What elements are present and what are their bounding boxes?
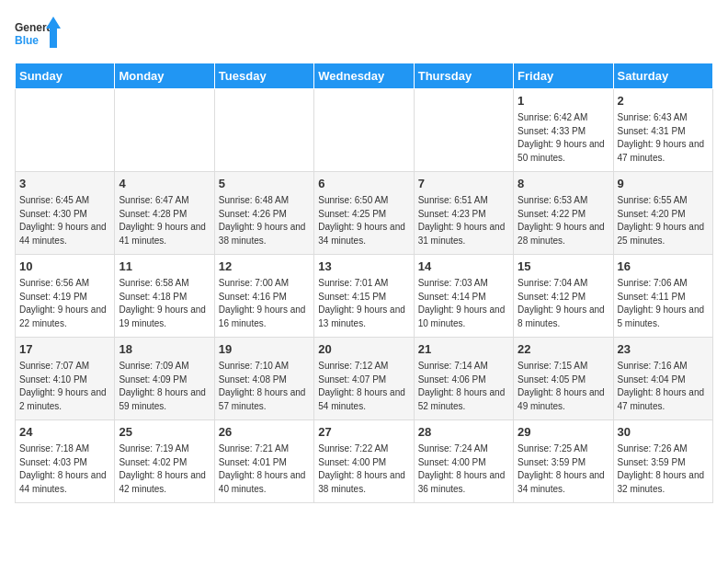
day-number: 6: [318, 176, 409, 192]
day-cell: 29Sunrise: 7:25 AM Sunset: 3:59 PM Dayli…: [514, 420, 613, 503]
day-info: Sunrise: 7:00 AM Sunset: 4:16 PM Dayligh…: [219, 277, 310, 330]
weekday-header-monday: Monday: [115, 63, 214, 89]
day-cell: 16Sunrise: 7:06 AM Sunset: 4:11 PM Dayli…: [613, 255, 712, 338]
day-cell: 6Sunrise: 6:50 AM Sunset: 4:25 PM Daylig…: [314, 172, 414, 255]
day-info: Sunrise: 6:58 AM Sunset: 4:18 PM Dayligh…: [119, 277, 210, 330]
day-number: 30: [618, 424, 709, 441]
day-number: 8: [518, 176, 609, 192]
day-cell: 19Sunrise: 7:10 AM Sunset: 4:08 PM Dayli…: [214, 338, 313, 420]
day-info: Sunrise: 7:06 AM Sunset: 4:11 PM Dayligh…: [618, 277, 709, 330]
day-info: Sunrise: 6:51 AM Sunset: 4:23 PM Dayligh…: [418, 194, 509, 247]
day-info: Sunrise: 7:22 AM Sunset: 4:00 PM Dayligh…: [318, 442, 409, 496]
svg-text:Blue: Blue: [15, 34, 39, 47]
day-cell: 23Sunrise: 7:16 AM Sunset: 4:04 PM Dayli…: [613, 338, 712, 420]
logo: General Blue: [15, 15, 61, 55]
week-row-1: 1Sunrise: 6:42 AM Sunset: 4:33 PM Daylig…: [16, 89, 713, 172]
day-number: 21: [418, 341, 509, 358]
day-cell: 21Sunrise: 7:14 AM Sunset: 4:06 PM Dayli…: [414, 338, 513, 420]
day-cell: [314, 89, 414, 172]
day-number: 10: [19, 259, 110, 275]
day-info: Sunrise: 7:12 AM Sunset: 4:07 PM Dayligh…: [318, 360, 409, 413]
day-cell: 17Sunrise: 7:07 AM Sunset: 4:10 PM Dayli…: [16, 338, 115, 420]
day-cell: 13Sunrise: 7:01 AM Sunset: 4:15 PM Dayli…: [314, 255, 414, 338]
day-number: 22: [518, 341, 609, 358]
day-cell: [414, 89, 513, 172]
day-info: Sunrise: 6:45 AM Sunset: 4:30 PM Dayligh…: [19, 194, 110, 247]
day-number: 13: [318, 259, 409, 275]
day-number: 23: [618, 341, 709, 358]
day-cell: 11Sunrise: 6:58 AM Sunset: 4:18 PM Dayli…: [115, 255, 214, 338]
day-cell: 30Sunrise: 7:26 AM Sunset: 3:59 PM Dayli…: [613, 420, 712, 503]
day-info: Sunrise: 7:15 AM Sunset: 4:05 PM Dayligh…: [518, 360, 609, 413]
day-info: Sunrise: 7:25 AM Sunset: 3:59 PM Dayligh…: [518, 442, 609, 496]
day-cell: [16, 89, 115, 172]
day-number: 24: [19, 424, 110, 441]
day-number: 12: [219, 259, 310, 275]
day-number: 11: [119, 259, 210, 275]
day-cell: 12Sunrise: 7:00 AM Sunset: 4:16 PM Dayli…: [214, 255, 313, 338]
day-number: 29: [518, 424, 609, 441]
day-number: 16: [618, 259, 709, 275]
day-cell: 2Sunrise: 6:43 AM Sunset: 4:31 PM Daylig…: [613, 89, 712, 172]
day-number: 26: [219, 424, 310, 441]
day-number: 4: [119, 176, 210, 192]
day-info: Sunrise: 6:50 AM Sunset: 4:25 PM Dayligh…: [318, 194, 409, 247]
day-info: Sunrise: 7:21 AM Sunset: 4:01 PM Dayligh…: [219, 442, 310, 496]
day-cell: 25Sunrise: 7:19 AM Sunset: 4:02 PM Dayli…: [115, 420, 214, 503]
calendar-table: SundayMondayTuesdayWednesdayThursdayFrid…: [15, 63, 713, 503]
day-cell: 14Sunrise: 7:03 AM Sunset: 4:14 PM Dayli…: [414, 255, 513, 338]
day-cell: 9Sunrise: 6:55 AM Sunset: 4:20 PM Daylig…: [613, 172, 712, 255]
day-info: Sunrise: 6:42 AM Sunset: 4:33 PM Dayligh…: [518, 111, 609, 165]
day-cell: 4Sunrise: 6:47 AM Sunset: 4:28 PM Daylig…: [115, 172, 214, 255]
day-number: 20: [318, 341, 409, 358]
day-number: 5: [219, 176, 310, 192]
weekday-header-wednesday: Wednesday: [314, 63, 414, 89]
day-info: Sunrise: 7:03 AM Sunset: 4:14 PM Dayligh…: [418, 277, 509, 330]
day-number: 27: [318, 424, 409, 441]
weekday-header-friday: Friday: [514, 63, 613, 89]
day-info: Sunrise: 6:56 AM Sunset: 4:19 PM Dayligh…: [19, 277, 110, 330]
day-cell: [214, 89, 313, 172]
day-cell: 24Sunrise: 7:18 AM Sunset: 4:03 PM Dayli…: [16, 420, 115, 503]
day-number: 1: [518, 93, 609, 109]
day-info: Sunrise: 7:07 AM Sunset: 4:10 PM Dayligh…: [19, 360, 110, 413]
weekday-header-saturday: Saturday: [613, 63, 712, 89]
day-cell: [115, 89, 214, 172]
logo-svg: General Blue: [15, 15, 61, 55]
day-cell: 5Sunrise: 6:48 AM Sunset: 4:26 PM Daylig…: [214, 172, 313, 255]
day-info: Sunrise: 7:26 AM Sunset: 3:59 PM Dayligh…: [618, 442, 709, 496]
week-row-2: 3Sunrise: 6:45 AM Sunset: 4:30 PM Daylig…: [16, 172, 713, 255]
day-cell: 10Sunrise: 6:56 AM Sunset: 4:19 PM Dayli…: [16, 255, 115, 338]
day-info: Sunrise: 6:48 AM Sunset: 4:26 PM Dayligh…: [219, 194, 310, 247]
day-info: Sunrise: 7:19 AM Sunset: 4:02 PM Dayligh…: [119, 442, 210, 496]
day-number: 3: [19, 176, 110, 192]
day-info: Sunrise: 6:55 AM Sunset: 4:20 PM Dayligh…: [618, 194, 709, 247]
day-info: Sunrise: 6:43 AM Sunset: 4:31 PM Dayligh…: [618, 111, 709, 165]
day-cell: 15Sunrise: 7:04 AM Sunset: 4:12 PM Dayli…: [514, 255, 613, 338]
day-number: 17: [19, 341, 110, 358]
day-number: 25: [119, 424, 210, 441]
week-row-4: 17Sunrise: 7:07 AM Sunset: 4:10 PM Dayli…: [16, 338, 713, 420]
day-number: 15: [518, 259, 609, 275]
day-cell: 3Sunrise: 6:45 AM Sunset: 4:30 PM Daylig…: [16, 172, 115, 255]
weekday-header-sunday: Sunday: [16, 63, 115, 89]
day-cell: 26Sunrise: 7:21 AM Sunset: 4:01 PM Dayli…: [214, 420, 313, 503]
day-number: 28: [418, 424, 509, 441]
day-number: 14: [418, 259, 509, 275]
day-cell: 8Sunrise: 6:53 AM Sunset: 4:22 PM Daylig…: [514, 172, 613, 255]
day-cell: 18Sunrise: 7:09 AM Sunset: 4:09 PM Dayli…: [115, 338, 214, 420]
week-row-5: 24Sunrise: 7:18 AM Sunset: 4:03 PM Dayli…: [16, 420, 713, 503]
day-info: Sunrise: 7:10 AM Sunset: 4:08 PM Dayligh…: [219, 360, 310, 413]
day-number: 18: [119, 341, 210, 358]
day-number: 7: [418, 176, 509, 192]
day-cell: 1Sunrise: 6:42 AM Sunset: 4:33 PM Daylig…: [514, 89, 613, 172]
day-info: Sunrise: 7:18 AM Sunset: 4:03 PM Dayligh…: [19, 442, 110, 496]
day-cell: 28Sunrise: 7:24 AM Sunset: 4:00 PM Dayli…: [414, 420, 513, 503]
day-info: Sunrise: 7:24 AM Sunset: 4:00 PM Dayligh…: [418, 442, 509, 496]
day-info: Sunrise: 7:16 AM Sunset: 4:04 PM Dayligh…: [618, 360, 709, 413]
weekday-header-row: SundayMondayTuesdayWednesdayThursdayFrid…: [16, 63, 713, 89]
day-cell: 27Sunrise: 7:22 AM Sunset: 4:00 PM Dayli…: [314, 420, 414, 503]
day-cell: 7Sunrise: 6:51 AM Sunset: 4:23 PM Daylig…: [414, 172, 513, 255]
day-info: Sunrise: 7:09 AM Sunset: 4:09 PM Dayligh…: [119, 360, 210, 413]
weekday-header-tuesday: Tuesday: [214, 63, 313, 89]
